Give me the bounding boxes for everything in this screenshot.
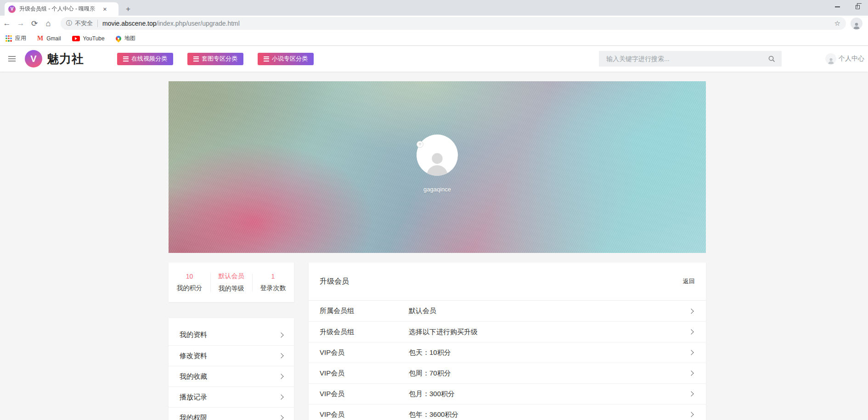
person-icon (423, 150, 451, 176)
menu-item-label: 我的资料 (180, 330, 207, 339)
page-title: 升级会员 (320, 277, 349, 286)
row-upgrade-group[interactable]: 升级会员组 选择以下进行购买升级 (309, 321, 706, 342)
omnibox-divider (97, 20, 98, 27)
user-center-link[interactable]: 个人中心 (825, 53, 864, 64)
nav-button-novel-categories[interactable]: 小说专区分类 (258, 53, 314, 65)
bookmark-apps[interactable]: 应用 (6, 34, 26, 42)
home-button[interactable]: ⌂ (41, 19, 55, 28)
person-icon (827, 57, 835, 64)
menu-item-favorites[interactable]: 我的收藏 (169, 366, 294, 386)
search-button[interactable] (761, 51, 782, 67)
profile-menu-card: 我的资料 修改资料 我的收藏 播放记录 我的权限 (169, 318, 294, 420)
maps-icon (114, 34, 122, 42)
back-button[interactable]: ← (0, 19, 14, 28)
stat-label: 我的积分 (169, 284, 210, 292)
row-value: 包天：10积分 (409, 348, 451, 357)
menu-item-edit-profile[interactable]: 修改资料 (169, 345, 294, 366)
menu-item-my-profile[interactable]: 我的资料 (169, 325, 294, 345)
bookmark-label: YouTube (83, 35, 105, 42)
window-restore-button[interactable] (856, 5, 860, 9)
list-icon (264, 56, 269, 62)
nav-button-video-categories[interactable]: 在线视频分类 (117, 53, 173, 65)
nav-button-photo-categories[interactable]: 套图专区分类 (187, 53, 243, 65)
bookmarks-bar: 应用 M Gmail YouTube 地图 (0, 31, 868, 46)
chevron-right-icon (278, 353, 283, 358)
url-path: /index.php/user/upgrade.html (157, 20, 240, 27)
site-favicon: V (8, 6, 16, 13)
user-center-label: 个人中心 (839, 55, 864, 63)
chevron-right-icon (688, 350, 693, 355)
stat-logins[interactable]: 1 登录次数 (252, 270, 294, 295)
bookmark-label: 应用 (15, 34, 26, 42)
menu-item-label: 修改资料 (180, 352, 207, 360)
search-input[interactable] (599, 51, 761, 67)
username: gagaqince (423, 186, 451, 193)
category-nav: 在线视频分类 套图专区分类 小说专区分类 (117, 53, 314, 65)
nav-button-label: 小说专区分类 (272, 55, 308, 63)
tab-close-icon[interactable]: × (103, 6, 107, 12)
menu-item-permissions[interactable]: 我的权限 (169, 407, 294, 420)
tab-title: 升级会员组 - 个人中心 - 嘎嘎亲 (19, 5, 102, 13)
row-vip-year[interactable]: VIP会员 包年：3600积分 (309, 404, 706, 420)
row-current-group[interactable]: 所属会员组 默认会员 (309, 301, 706, 321)
row-label: VIP会员 (320, 348, 409, 357)
row-vip-month[interactable]: VIP会员 包月：300积分 (309, 383, 706, 404)
site-title[interactable]: 魅力社 (47, 51, 84, 67)
bookmark-star-icon[interactable]: ☆ (834, 19, 840, 28)
chevron-right-icon (278, 415, 283, 420)
search-icon (768, 55, 776, 63)
security-label: 不安全 (75, 19, 93, 28)
browser-tab[interactable]: V 升级会员组 - 个人中心 - 嘎嘎亲 × (5, 2, 118, 16)
chevron-right-icon (688, 329, 693, 334)
row-vip-week[interactable]: VIP会员 包周：70积分 (309, 363, 706, 383)
bookmark-maps[interactable]: 地图 (116, 34, 135, 42)
upgrade-card: 升级会员 返回 所属会员组 默认会员 升级会员组 选择以下进行购买升级 VIP会… (309, 263, 706, 420)
stat-points[interactable]: 10 我的积分 (169, 270, 210, 295)
profile-avatar[interactable] (417, 134, 458, 176)
chevron-right-icon (688, 370, 693, 375)
list-icon (123, 56, 129, 62)
row-value: 选择以下进行购买升级 (409, 328, 478, 336)
address-bar[interactable]: ⓘ 不安全 movie.abscene.top/index.php/user/u… (61, 17, 846, 30)
row-label: VIP会员 (320, 369, 409, 378)
stat-level[interactable]: 默认会员 我的等级 (210, 269, 252, 296)
user-avatar-icon (825, 53, 836, 64)
search-box (599, 51, 782, 67)
youtube-icon (72, 36, 80, 41)
new-tab-button[interactable]: + (122, 3, 134, 15)
chevron-right-icon (278, 374, 283, 379)
bookmark-youtube[interactable]: YouTube (72, 35, 105, 42)
site-logo[interactable]: V (25, 50, 42, 67)
row-vip-day[interactable]: VIP会员 包天：10积分 (309, 342, 706, 363)
menu-item-play-history[interactable]: 播放记录 (169, 386, 294, 407)
stat-value: 10 (169, 273, 210, 280)
chevron-right-icon (278, 332, 283, 337)
row-value: 包月：300积分 (409, 390, 455, 398)
browser-profile-icon[interactable] (851, 17, 862, 29)
window-minimize-button[interactable] (835, 6, 840, 7)
person-icon (852, 22, 861, 29)
reload-button[interactable]: ⟳ (28, 19, 41, 28)
row-label: 升级会员组 (320, 328, 409, 336)
window-controls (835, 0, 860, 14)
browser-toolbar: ← → ⟳ ⌂ ⓘ 不安全 movie.abscene.top/index.ph… (0, 16, 868, 31)
site-header: V 魅力社 在线视频分类 套图专区分类 小说专区分类 个人中心 (0, 46, 868, 72)
banner-user-block: gagaqince (169, 134, 706, 193)
row-value: 默认会员 (409, 307, 436, 315)
stat-value: 1 (252, 273, 294, 280)
nav-button-label: 套图专区分类 (202, 55, 237, 63)
bookmark-label: Gmail (46, 35, 61, 42)
row-value: 包周：70积分 (409, 369, 451, 378)
bookmark-gmail[interactable]: M Gmail (37, 35, 61, 42)
back-link[interactable]: 返回 (683, 277, 695, 286)
stat-label: 登录次数 (252, 284, 294, 292)
page-info-icon[interactable]: ⓘ (66, 19, 72, 28)
upgrade-card-header: 升级会员 返回 (309, 263, 706, 301)
menu-hamburger-icon[interactable] (8, 56, 16, 62)
menu-item-label: 我的收藏 (180, 372, 207, 381)
forward-button[interactable]: → (14, 19, 28, 28)
menu-item-label: 我的权限 (180, 414, 207, 420)
nav-button-label: 在线视频分类 (131, 55, 167, 63)
stat-label: 我的等级 (210, 285, 252, 293)
chevron-right-icon (688, 308, 693, 314)
